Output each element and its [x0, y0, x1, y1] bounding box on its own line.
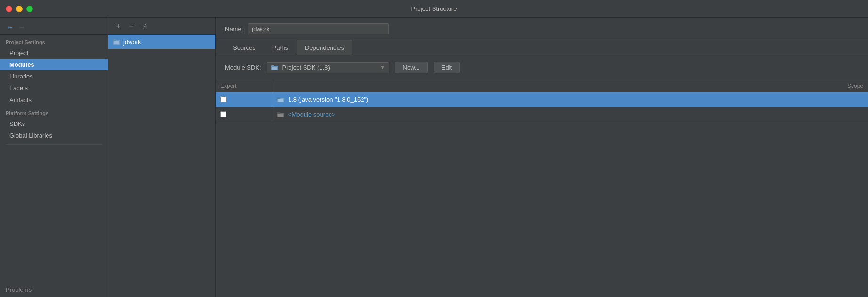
name-column-header [272, 84, 812, 88]
sidebar-item-label: Problems [6, 286, 32, 293]
module-list-toolbar: + − ⎘ [108, 18, 215, 35]
sidebar-item-label: Facets [9, 85, 28, 92]
tabs-row: Sources Paths Dependencies [216, 39, 868, 55]
sidebar-item-libraries[interactable]: Libraries [0, 70, 108, 82]
sidebar-item-label: Project [9, 49, 28, 56]
copy-module-button[interactable]: ⎘ [138, 20, 151, 32]
name-cell: <Module source> [272, 107, 812, 122]
export-column-header: Export [216, 80, 272, 92]
sidebar-item-label: Global Libraries [9, 132, 52, 139]
platform-settings-header: Platform Settings [0, 106, 108, 118]
tab-dependencies[interactable]: Dependencies [297, 40, 352, 55]
maximize-button[interactable] [26, 6, 33, 12]
sdk-dropdown-value: Project SDK (1.8) [282, 64, 377, 71]
sidebar-divider [6, 144, 102, 145]
sidebar-item-project[interactable]: Project [0, 47, 108, 59]
sidebar-item-artifacts[interactable]: Artifacts [0, 94, 108, 106]
project-settings-header: Project Settings [0, 35, 108, 47]
module-item-label: jdwork [123, 39, 141, 46]
sidebar-item-label: Modules [9, 61, 34, 68]
sdk-row: Module SDK: Project SDK (1.8) ▼ New... E… [216, 55, 868, 80]
tab-label: Dependencies [305, 44, 344, 51]
scope-column-header: Scope [812, 80, 868, 92]
export-checkbox[interactable] [220, 111, 226, 117]
content-panel: Name: Sources Paths Dependencies Module … [216, 18, 868, 297]
module-source-icon [277, 111, 284, 118]
remove-module-button[interactable]: − [125, 20, 137, 32]
name-label: Name: [225, 25, 243, 32]
sidebar-item-global-libraries[interactable]: Global Libraries [0, 130, 108, 141]
svg-rect-8 [278, 99, 283, 102]
sdk-dropdown[interactable]: Project SDK (1.8) ▼ [267, 62, 389, 73]
back-icon: ← [6, 23, 14, 31]
new-sdk-button[interactable]: New... [395, 62, 428, 73]
close-button[interactable] [6, 6, 12, 12]
copy-icon: ⎘ [143, 23, 146, 30]
scope-cell [812, 96, 868, 103]
module-list-panel: + − ⎘ jdwork [108, 18, 216, 297]
sidebar-item-facets[interactable]: Facets [0, 82, 108, 94]
dependencies-table: Export Scope [216, 80, 868, 297]
sidebar-nav: ← → [0, 18, 108, 35]
sidebar: ← → Project Settings Project Modules Lib… [0, 18, 108, 297]
tab-label: Sources [233, 44, 256, 51]
sidebar-item-problems[interactable]: Problems [0, 282, 108, 297]
window-title: Project Structure [411, 5, 457, 12]
window-controls [6, 6, 33, 12]
svg-rect-1 [113, 39, 116, 41]
export-checkbox[interactable] [220, 96, 226, 102]
dependency-name: 1.8 (java version "1.8.0_152") [288, 96, 368, 103]
name-row: Name: [216, 18, 868, 39]
sdk-folder-icon [271, 64, 279, 71]
name-input[interactable] [248, 23, 389, 34]
sidebar-item-label: SDKs [9, 120, 25, 127]
forward-arrow[interactable]: → [17, 22, 27, 32]
svg-rect-2 [114, 41, 119, 44]
back-arrow[interactable]: ← [5, 22, 15, 32]
forward-icon: → [18, 23, 26, 31]
jdk-folder-icon [277, 96, 284, 103]
dependency-name: <Module source> [288, 111, 335, 118]
name-cell: 1.8 (java version "1.8.0_152") [272, 92, 812, 107]
export-cell [216, 108, 272, 121]
sidebar-item-label: Artifacts [9, 96, 32, 103]
svg-rect-11 [278, 114, 283, 117]
svg-rect-4 [271, 65, 274, 67]
module-list-items: jdwork [108, 35, 215, 297]
module-item-jdwork[interactable]: jdwork [108, 35, 215, 49]
titlebar: Project Structure [0, 0, 868, 18]
module-folder-icon [113, 38, 121, 46]
table-row[interactable]: 1.8 (java version "1.8.0_152") [216, 92, 868, 107]
add-module-button[interactable]: + [112, 20, 124, 32]
edit-sdk-button[interactable]: Edit [434, 62, 460, 73]
scope-cell [812, 111, 868, 118]
sdk-label: Module SDK: [225, 64, 261, 71]
table-header: Export Scope [216, 80, 868, 92]
export-cell [216, 93, 272, 106]
tab-sources[interactable]: Sources [225, 40, 264, 55]
table-row[interactable]: <Module source> [216, 107, 868, 122]
chevron-down-icon: ▼ [380, 65, 385, 70]
tab-label: Paths [273, 44, 288, 51]
sidebar-item-sdks[interactable]: SDKs [0, 118, 108, 130]
svg-rect-5 [272, 67, 277, 70]
svg-rect-10 [277, 112, 280, 114]
sidebar-item-label: Libraries [9, 73, 33, 80]
sidebar-item-modules[interactable]: Modules [0, 59, 108, 70]
tab-paths[interactable]: Paths [265, 40, 296, 55]
main-layout: ← → Project Settings Project Modules Lib… [0, 18, 868, 297]
table-rows: 1.8 (java version "1.8.0_152") [216, 92, 868, 297]
svg-rect-7 [277, 97, 280, 99]
minimize-button[interactable] [16, 6, 23, 12]
